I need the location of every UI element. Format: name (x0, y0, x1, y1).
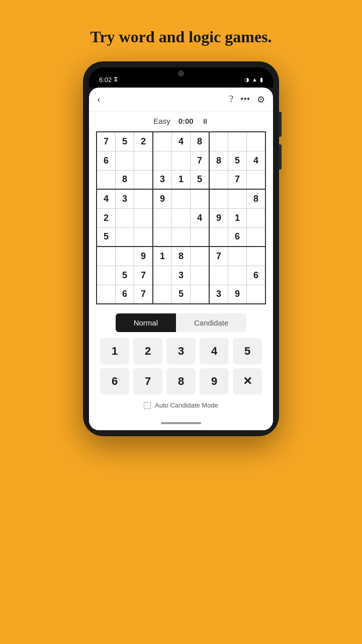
cell-1-3[interactable] (153, 151, 171, 170)
cell-4-6[interactable]: 9 (209, 208, 228, 227)
cell-2-3[interactable]: 3 (153, 170, 171, 189)
candidate-mode-button[interactable]: Candidate (176, 313, 246, 332)
cell-0-5[interactable]: 8 (191, 132, 209, 151)
phone-screen: ‹ ? ••• ⚙ Easy 0:00 ⏸ 752486785483157439… (89, 88, 273, 430)
num-btn-✕[interactable]: ✕ (233, 368, 262, 394)
cell-8-2[interactable]: 7 (134, 285, 153, 304)
cell-6-3[interactable]: 1 (153, 247, 171, 266)
num-btn-4[interactable]: 4 (200, 338, 229, 364)
cell-4-2[interactable] (134, 208, 153, 227)
cell-7-5[interactable] (191, 266, 209, 285)
cell-2-1[interactable]: 8 (115, 170, 134, 189)
cell-2-5[interactable]: 5 (191, 170, 209, 189)
cell-1-4[interactable] (171, 151, 190, 170)
cell-4-7[interactable]: 1 (228, 208, 246, 227)
cell-7-4[interactable]: 3 (171, 266, 190, 285)
cell-5-8[interactable] (247, 227, 265, 247)
cell-2-6[interactable] (209, 170, 228, 189)
cell-3-7[interactable] (228, 189, 246, 208)
cell-7-7[interactable] (228, 266, 246, 285)
cell-1-0[interactable]: 6 (97, 151, 115, 170)
cell-0-1[interactable]: 5 (115, 132, 134, 151)
more-button[interactable]: ••• (240, 94, 250, 105)
cell-8-3[interactable] (153, 285, 171, 304)
cell-0-2[interactable]: 2 (134, 132, 153, 151)
pause-button[interactable]: ⏸ (202, 117, 209, 125)
cell-2-2[interactable] (134, 170, 153, 189)
cell-3-4[interactable] (171, 189, 190, 208)
cell-0-3[interactable] (153, 132, 171, 151)
cell-7-8[interactable]: 6 (247, 266, 265, 285)
cell-6-6[interactable]: 7 (209, 247, 228, 266)
cell-8-5[interactable] (191, 285, 209, 304)
cell-2-8[interactable] (247, 170, 265, 189)
cell-8-0[interactable] (97, 285, 115, 304)
cell-5-1[interactable] (115, 227, 134, 247)
num-btn-6[interactable]: 6 (100, 368, 129, 394)
cell-0-7[interactable] (228, 132, 246, 151)
cell-8-4[interactable]: 5 (171, 285, 190, 304)
cell-1-6[interactable]: 8 (209, 151, 228, 170)
cell-7-2[interactable]: 7 (134, 266, 153, 285)
cell-1-8[interactable]: 4 (247, 151, 265, 170)
cell-4-3[interactable] (153, 208, 171, 227)
num-btn-2[interactable]: 2 (133, 338, 162, 364)
cell-2-0[interactable] (97, 170, 115, 189)
cell-5-5[interactable] (191, 227, 209, 247)
cell-1-1[interactable] (115, 151, 134, 170)
cell-1-5[interactable]: 7 (191, 151, 209, 170)
auto-candidate-checkbox[interactable] (144, 402, 151, 409)
cell-0-0[interactable]: 7 (97, 132, 115, 151)
cell-4-8[interactable] (247, 208, 265, 227)
cell-7-0[interactable] (97, 266, 115, 285)
cell-5-2[interactable] (134, 227, 153, 247)
cell-5-7[interactable]: 6 (228, 227, 246, 247)
settings-button[interactable]: ⚙ (257, 94, 265, 105)
cell-6-4[interactable]: 8 (171, 247, 190, 266)
help-button[interactable]: ? (229, 94, 233, 105)
cell-7-3[interactable] (153, 266, 171, 285)
cell-4-1[interactable] (115, 208, 134, 227)
cell-8-1[interactable]: 6 (115, 285, 134, 304)
cell-7-6[interactable] (209, 266, 228, 285)
cell-3-6[interactable] (209, 189, 228, 208)
cell-6-1[interactable] (115, 247, 134, 266)
cell-3-2[interactable] (134, 189, 153, 208)
num-btn-1[interactable]: 1 (100, 338, 129, 364)
cell-2-4[interactable]: 1 (171, 170, 190, 189)
cell-5-0[interactable]: 5 (97, 227, 115, 247)
cell-5-3[interactable] (153, 227, 171, 247)
cell-5-6[interactable] (209, 227, 228, 247)
cell-1-7[interactable]: 5 (228, 151, 246, 170)
cell-6-7[interactable] (228, 247, 246, 266)
cell-1-2[interactable] (134, 151, 153, 170)
cell-4-5[interactable]: 4 (191, 208, 209, 227)
num-btn-8[interactable]: 8 (166, 368, 196, 394)
cell-3-0[interactable]: 4 (97, 189, 115, 208)
cell-0-4[interactable]: 4 (171, 132, 190, 151)
cell-0-8[interactable] (247, 132, 265, 151)
cell-0-6[interactable] (209, 132, 228, 151)
cell-7-1[interactable]: 5 (115, 266, 134, 285)
cell-3-3[interactable]: 9 (153, 189, 171, 208)
num-btn-9[interactable]: 9 (200, 368, 229, 394)
cell-5-4[interactable] (171, 227, 190, 247)
back-button[interactable]: ‹ (97, 94, 101, 105)
cell-6-5[interactable] (191, 247, 209, 266)
cell-4-4[interactable] (171, 208, 190, 227)
cell-3-1[interactable]: 3 (115, 189, 134, 208)
num-btn-3[interactable]: 3 (166, 338, 196, 364)
num-btn-7[interactable]: 7 (133, 368, 162, 394)
num-btn-5[interactable]: 5 (233, 338, 262, 364)
cell-8-7[interactable]: 9 (228, 285, 246, 304)
cell-6-0[interactable] (97, 247, 115, 266)
cell-8-8[interactable] (247, 285, 265, 304)
cell-6-2[interactable]: 9 (134, 247, 153, 266)
cell-3-8[interactable]: 8 (247, 189, 265, 208)
cell-2-7[interactable]: 7 (228, 170, 246, 189)
cell-8-6[interactable]: 3 (209, 285, 228, 304)
cell-6-8[interactable] (247, 247, 265, 266)
normal-mode-button[interactable]: Normal (116, 313, 176, 332)
cell-4-0[interactable]: 2 (97, 208, 115, 227)
cell-3-5[interactable] (191, 189, 209, 208)
